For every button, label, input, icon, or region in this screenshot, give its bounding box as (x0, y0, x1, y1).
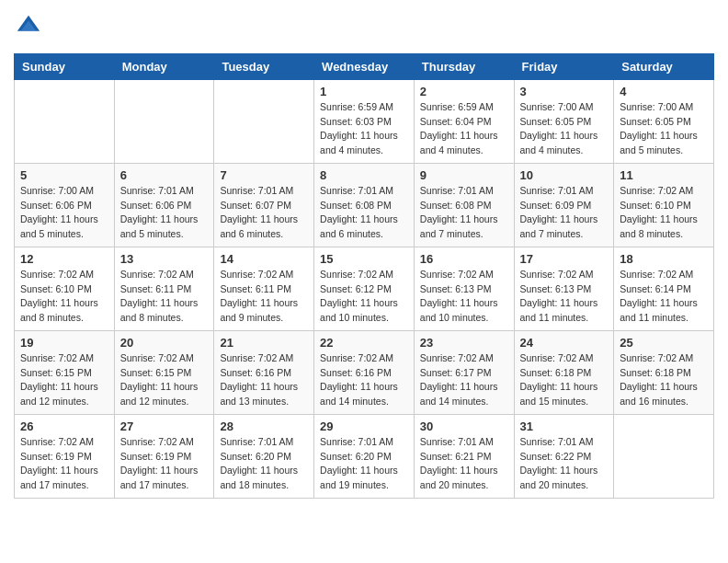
day-info: Sunrise: 7:02 AM Sunset: 6:18 PM Dayligh… (520, 351, 609, 409)
day-number: 26 (20, 419, 108, 433)
day-info: Sunrise: 7:01 AM Sunset: 6:21 PM Dayligh… (420, 435, 508, 493)
day-info: Sunrise: 7:02 AM Sunset: 6:15 PM Dayligh… (20, 351, 108, 409)
day-info: Sunrise: 7:00 AM Sunset: 6:05 PM Dayligh… (520, 100, 609, 158)
day-number: 6 (120, 168, 209, 182)
calendar-cell: 16Sunrise: 7:02 AM Sunset: 6:13 PM Dayli… (414, 247, 514, 330)
calendar-cell: 8Sunrise: 7:01 AM Sunset: 6:08 PM Daylig… (314, 163, 415, 247)
calendar-week-row: 19Sunrise: 7:02 AM Sunset: 6:15 PM Dayli… (15, 330, 714, 414)
day-number: 5 (20, 168, 108, 182)
calendar-cell: 6Sunrise: 7:01 AM Sunset: 6:06 PM Daylig… (114, 163, 214, 247)
calendar-cell: 10Sunrise: 7:01 AM Sunset: 6:09 PM Dayli… (514, 163, 614, 247)
calendar-cell: 4Sunrise: 7:00 AM Sunset: 6:05 PM Daylig… (614, 79, 714, 163)
calendar-cell (214, 79, 314, 163)
day-number: 8 (320, 168, 408, 182)
weekday-header: Monday (114, 53, 214, 79)
day-number: 22 (320, 336, 408, 350)
calendar-cell: 22Sunrise: 7:02 AM Sunset: 6:16 PM Dayli… (314, 330, 415, 414)
calendar-cell (114, 79, 214, 163)
calendar-week-row: 5Sunrise: 7:00 AM Sunset: 6:06 PM Daylig… (15, 163, 714, 247)
day-info: Sunrise: 7:02 AM Sunset: 6:15 PM Dayligh… (120, 351, 209, 409)
weekday-header: Thursday (414, 53, 514, 79)
calendar-cell: 5Sunrise: 7:00 AM Sunset: 6:06 PM Daylig… (15, 163, 115, 247)
day-number: 28 (220, 419, 308, 433)
calendar-week-row: 12Sunrise: 7:02 AM Sunset: 6:10 PM Dayli… (15, 247, 714, 330)
calendar-cell: 11Sunrise: 7:02 AM Sunset: 6:10 PM Dayli… (614, 163, 714, 247)
calendar-cell: 24Sunrise: 7:02 AM Sunset: 6:18 PM Dayli… (514, 330, 614, 414)
day-info: Sunrise: 7:02 AM Sunset: 6:14 PM Dayligh… (620, 268, 708, 326)
day-number: 15 (320, 252, 408, 266)
weekday-header: Tuesday (214, 53, 314, 79)
day-info: Sunrise: 7:01 AM Sunset: 6:07 PM Dayligh… (220, 184, 308, 242)
calendar-cell: 25Sunrise: 7:02 AM Sunset: 6:18 PM Dayli… (614, 330, 714, 414)
calendar-cell: 12Sunrise: 7:02 AM Sunset: 6:10 PM Dayli… (15, 247, 115, 330)
calendar-cell: 17Sunrise: 7:02 AM Sunset: 6:13 PM Dayli… (514, 247, 614, 330)
calendar-cell: 27Sunrise: 7:02 AM Sunset: 6:19 PM Dayli… (114, 414, 214, 498)
calendar-cell: 26Sunrise: 7:02 AM Sunset: 6:19 PM Dayli… (15, 414, 115, 498)
calendar-cell: 2Sunrise: 6:59 AM Sunset: 6:04 PM Daylig… (414, 79, 514, 163)
day-info: Sunrise: 7:02 AM Sunset: 6:13 PM Dayligh… (520, 268, 609, 326)
calendar-cell: 18Sunrise: 7:02 AM Sunset: 6:14 PM Dayli… (614, 247, 714, 330)
day-number: 24 (520, 336, 609, 350)
day-info: Sunrise: 7:01 AM Sunset: 6:08 PM Dayligh… (420, 184, 508, 242)
calendar-cell: 15Sunrise: 7:02 AM Sunset: 6:12 PM Dayli… (314, 247, 415, 330)
calendar-week-row: 1Sunrise: 6:59 AM Sunset: 6:03 PM Daylig… (15, 79, 714, 163)
calendar-cell: 23Sunrise: 7:02 AM Sunset: 6:17 PM Dayli… (414, 330, 514, 414)
day-info: Sunrise: 7:02 AM Sunset: 6:13 PM Dayligh… (420, 268, 508, 326)
day-info: Sunrise: 7:01 AM Sunset: 6:20 PM Dayligh… (320, 435, 408, 493)
day-number: 21 (220, 336, 308, 350)
day-info: Sunrise: 7:02 AM Sunset: 6:17 PM Dayligh… (420, 351, 508, 409)
day-number: 2 (420, 85, 508, 98)
day-number: 16 (420, 252, 508, 266)
day-number: 11 (620, 168, 708, 182)
day-number: 1 (320, 85, 408, 98)
logo (14, 14, 41, 44)
day-info: Sunrise: 7:01 AM Sunset: 6:06 PM Dayligh… (120, 184, 209, 242)
calendar-cell: 20Sunrise: 7:02 AM Sunset: 6:15 PM Dayli… (114, 330, 214, 414)
calendar-cell (15, 79, 115, 163)
day-number: 9 (420, 168, 508, 182)
day-number: 18 (620, 252, 708, 266)
weekday-header: Friday (514, 53, 614, 79)
day-info: Sunrise: 7:01 AM Sunset: 6:20 PM Dayligh… (220, 435, 308, 493)
day-number: 27 (120, 419, 209, 433)
calendar-cell: 30Sunrise: 7:01 AM Sunset: 6:21 PM Dayli… (414, 414, 514, 498)
day-number: 19 (20, 336, 108, 350)
day-number: 13 (120, 252, 209, 266)
day-info: Sunrise: 7:02 AM Sunset: 6:19 PM Dayligh… (120, 435, 209, 493)
day-info: Sunrise: 7:00 AM Sunset: 6:06 PM Dayligh… (20, 184, 108, 242)
day-number: 23 (420, 336, 508, 350)
day-number: 12 (20, 252, 108, 266)
day-number: 25 (620, 336, 708, 350)
day-info: Sunrise: 7:02 AM Sunset: 6:19 PM Dayligh… (20, 435, 108, 493)
day-info: Sunrise: 6:59 AM Sunset: 6:04 PM Dayligh… (420, 100, 508, 158)
calendar-cell: 19Sunrise: 7:02 AM Sunset: 6:15 PM Dayli… (15, 330, 115, 414)
logo-icon (16, 14, 41, 40)
day-number: 4 (620, 85, 708, 98)
day-number: 20 (120, 336, 209, 350)
day-info: Sunrise: 7:01 AM Sunset: 6:22 PM Dayligh… (520, 435, 609, 493)
weekday-header: Wednesday (314, 53, 415, 79)
day-number: 7 (220, 168, 308, 182)
calendar-cell: 7Sunrise: 7:01 AM Sunset: 6:07 PM Daylig… (214, 163, 314, 247)
day-info: Sunrise: 6:59 AM Sunset: 6:03 PM Dayligh… (320, 100, 408, 158)
day-number: 14 (220, 252, 308, 266)
day-number: 29 (320, 419, 408, 433)
day-info: Sunrise: 7:02 AM Sunset: 6:18 PM Dayligh… (620, 351, 708, 409)
calendar-cell: 13Sunrise: 7:02 AM Sunset: 6:11 PM Dayli… (114, 247, 214, 330)
day-info: Sunrise: 7:02 AM Sunset: 6:11 PM Dayligh… (220, 268, 308, 326)
day-number: 17 (520, 252, 609, 266)
calendar-week-row: 26Sunrise: 7:02 AM Sunset: 6:19 PM Dayli… (15, 414, 714, 498)
day-info: Sunrise: 7:02 AM Sunset: 6:16 PM Dayligh… (320, 351, 408, 409)
calendar-header-row: SundayMondayTuesdayWednesdayThursdayFrid… (15, 53, 714, 79)
day-info: Sunrise: 7:01 AM Sunset: 6:09 PM Dayligh… (520, 184, 609, 242)
page-header (14, 14, 714, 44)
day-info: Sunrise: 7:02 AM Sunset: 6:11 PM Dayligh… (120, 268, 209, 326)
calendar-cell: 31Sunrise: 7:01 AM Sunset: 6:22 PM Dayli… (514, 414, 614, 498)
calendar-cell (614, 414, 714, 498)
calendar-table: SundayMondayTuesdayWednesdayThursdayFrid… (14, 53, 714, 499)
day-number: 3 (520, 85, 609, 98)
calendar-cell: 3Sunrise: 7:00 AM Sunset: 6:05 PM Daylig… (514, 79, 614, 163)
day-number: 30 (420, 419, 508, 433)
day-number: 10 (520, 168, 609, 182)
weekday-header: Sunday (15, 53, 115, 79)
